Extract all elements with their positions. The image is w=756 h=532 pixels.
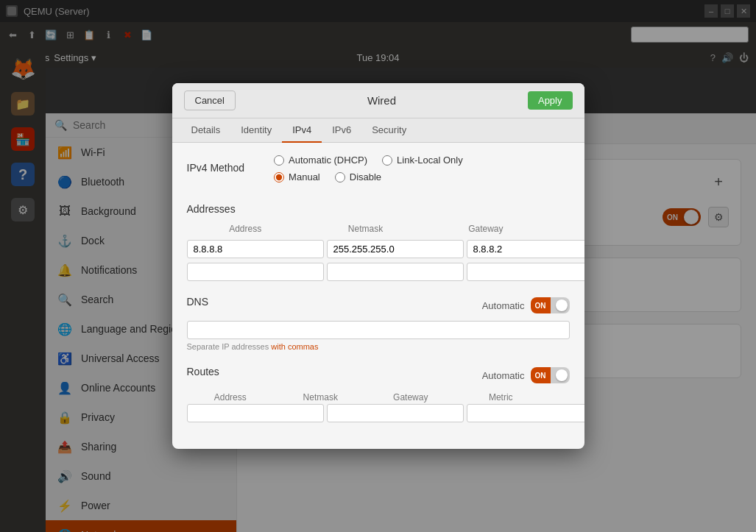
routes-row-1: ✖ [187, 404, 570, 422]
tab-ipv4[interactable]: IPv4 [282, 118, 322, 143]
routes-label: Routes [187, 366, 219, 377]
addresses-title: Addresses [187, 203, 570, 215]
address-row2-gateway[interactable] [467, 263, 584, 281]
routes-toggle-on-label: ON [531, 367, 551, 383]
tab-details[interactable]: Details [181, 118, 231, 143]
manual-radio[interactable] [274, 172, 284, 182]
addr-col-gateway: Gateway [427, 222, 544, 235]
addr-col-address: Address [187, 222, 304, 235]
method-link-local[interactable]: Link-Local Only [382, 155, 463, 166]
dns-hint-link[interactable]: with commas [271, 342, 318, 351]
auto-dhcp-radio[interactable] [274, 155, 284, 166]
dns-toggle-track[interactable] [551, 297, 570, 313]
dialog-tabs: Details Identity IPv4 IPv6 Security [172, 118, 584, 143]
dns-toggle-on-label: ON [531, 297, 551, 313]
routes-row1-address[interactable] [187, 404, 324, 422]
dns-input[interactable] [187, 321, 570, 339]
wired-dialog: Cancel Wired Apply Details Identity IPv4 [172, 83, 584, 449]
routes-auto-toggle[interactable]: Automatic ON [482, 367, 570, 383]
settings-app: 🔍 📶 Wi-Fi 🔵 Bluetooth 🖼 Background ⚓ Doc… [46, 113, 756, 532]
routes-header: Address Netmask Gateway Metric [187, 391, 570, 404]
dialog-overlay: Cancel Wired Apply Details Identity IPv4 [0, 0, 756, 532]
manual-label: Manual [289, 171, 320, 182]
tab-identity[interactable]: Identity [230, 118, 282, 143]
method-label: IPv4 Method [187, 162, 245, 174]
routes-col-netmask: Netmask [277, 391, 364, 404]
addr-col-netmask: Netmask [307, 222, 424, 235]
dns-auto-label: Automatic [482, 300, 525, 311]
routes-col-metric: Metric [457, 391, 545, 404]
routes-col-gateway: Gateway [367, 391, 455, 404]
link-local-label: Link-Local Only [397, 155, 463, 166]
dialog-apply-button[interactable]: Apply [528, 91, 573, 110]
method-manual[interactable]: Manual [274, 171, 320, 182]
routes-row-header: Routes Automatic ON [187, 366, 570, 385]
disable-label: Disable [350, 171, 381, 182]
dialog-header: Cancel Wired Apply [172, 83, 584, 118]
link-local-radio[interactable] [382, 155, 392, 166]
addresses-section: Addresses Address Netmask Gateway [187, 203, 570, 281]
method-auto-dhcp[interactable]: Automatic (DHCP) [274, 155, 367, 166]
ipv4-method-section: IPv4 Method Automatic (DHCP) [187, 155, 570, 188]
routes-col-address: Address [187, 391, 275, 404]
method-disable[interactable]: Disable [335, 171, 381, 182]
tab-ipv6[interactable]: IPv6 [322, 118, 361, 143]
routes-row1-gateway[interactable] [467, 404, 584, 422]
method-row-1: Automatic (DHCP) Link-Local Only [274, 155, 463, 166]
dns-row-header: DNS Automatic ON [187, 296, 570, 315]
method-row-2: Manual Disable [274, 171, 463, 182]
routes-auto-label: Automatic [482, 370, 525, 381]
addresses-header: Address Netmask Gateway [187, 222, 570, 235]
address-row2-address[interactable] [187, 263, 324, 281]
dialog-cancel-button[interactable]: Cancel [184, 91, 236, 110]
address-row1-gateway[interactable] [467, 240, 584, 258]
address-row2-netmask[interactable] [327, 263, 464, 281]
app-wrapper: 🦊 📁 🏪 ? ⚙ 🔍 📶 Wi-Fi 🔵 [0, 113, 756, 532]
dialog-body: IPv4 Method Automatic (DHCP) [172, 143, 584, 449]
dialog-title: Wired [236, 94, 528, 107]
address-row1-netmask[interactable] [327, 240, 464, 258]
dns-hint: Separate IP addresses with commas [187, 342, 570, 351]
dns-auto-toggle[interactable]: Automatic ON [482, 297, 570, 313]
dns-label: DNS [187, 296, 209, 308]
disable-radio[interactable] [335, 172, 345, 182]
auto-dhcp-label: Automatic (DHCP) [289, 155, 367, 166]
address-row-1: ✖ [187, 240, 570, 258]
routes-row1-netmask[interactable] [327, 404, 464, 422]
routes-toggle-track[interactable] [551, 367, 570, 383]
address-row1-address[interactable] [187, 240, 324, 258]
dns-section: DNS Automatic ON [187, 296, 570, 351]
tab-security[interactable]: Security [361, 118, 417, 143]
address-row-2: ✖ [187, 263, 570, 281]
dns-toggle-knob [556, 299, 568, 311]
routes-toggle-knob [556, 369, 568, 381]
routes-section: Routes Automatic ON [187, 366, 570, 422]
